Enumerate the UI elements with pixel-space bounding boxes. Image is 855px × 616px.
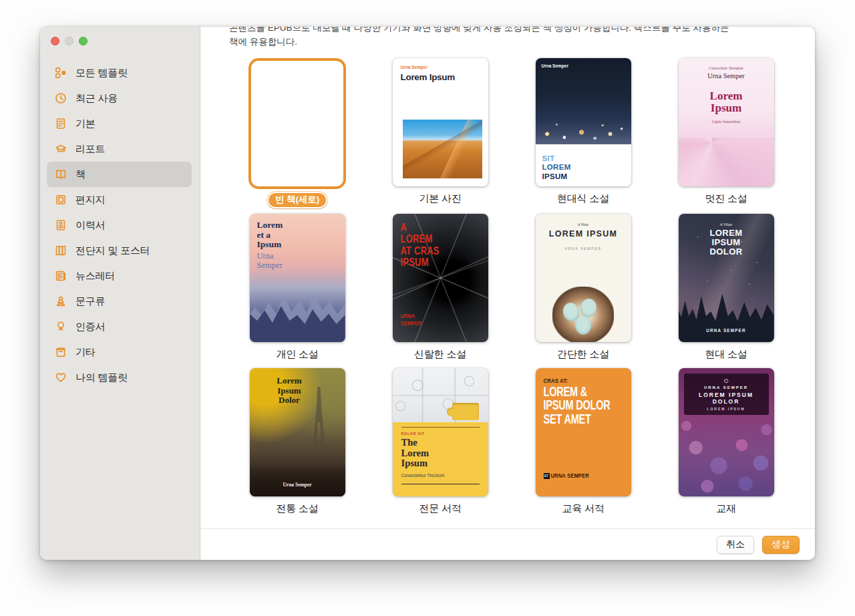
template-textbook[interactable]: ⌬ URNA SEMPER LOREM IPSUM DOLOR LOREM IP… [655, 368, 798, 517]
sidebar-item-miscellaneous[interactable]: 기타 [47, 339, 192, 365]
template-lovely-novel[interactable]: Consectetur Tincidunt Urna Semper Lorem … [655, 58, 798, 208]
cover-author: Urna Semper [250, 482, 345, 488]
template-educational-book[interactable]: CRAS AT: LOREM & IPSUM DOLOR SET AMET ET… [512, 368, 655, 517]
template-chooser-window: 모든 템플릿 최근 사용 기본 리포트 책 편지지 [40, 27, 815, 560]
cancel-button[interactable]: 취소 [717, 536, 754, 554]
template-thumbnail: A LOREM AT CRAS IPSUM URNA SEMPER [393, 214, 488, 342]
sidebar-item-all-templates[interactable]: 모든 템플릿 [47, 60, 192, 86]
dialog-footer: 취소 생성 [200, 528, 815, 560]
template-thumbnail: Lorem Ipsum Dolor Urna Semper [250, 368, 345, 496]
template-label: 멋진 소설 [705, 192, 747, 207]
sidebar-item-recents[interactable]: 최근 사용 [47, 86, 192, 111]
sidebar-item-newsletters[interactable]: 뉴스레터 [47, 263, 192, 289]
template-basic-photo[interactable]: Urna Semper Lorem Ipsum 기본 사진 [369, 58, 512, 208]
sidebar-item-label: 뉴스레터 [75, 270, 115, 283]
close-button[interactable] [51, 37, 59, 45]
cover-title-line: IPSUM [401, 257, 440, 269]
cover-photo-desert [403, 120, 482, 178]
sidebar-item-label: 전단지 및 포스터 [75, 245, 150, 257]
cover-title-line: LOREM & [544, 386, 611, 399]
cover-title-line: Dolor [250, 396, 329, 406]
report-icon [54, 143, 67, 156]
cover-title-line: Ipsum [250, 386, 329, 396]
heart-icon [54, 371, 67, 384]
sidebar-item-certificates[interactable]: 인증서 [47, 314, 192, 339]
minimize-button[interactable] [65, 37, 73, 45]
template-label: 현대 소설 [705, 348, 747, 363]
certificate-icon [54, 321, 67, 333]
template-thumbnail [248, 58, 346, 189]
cover-title-line: AT CRAS [401, 245, 440, 257]
cover-title: Lorem Ipsum [401, 72, 455, 82]
template-gritty-novel[interactable]: A LOREM AT CRAS IPSUM URNA SEMPER 신랄한 소설 [369, 214, 512, 363]
zoom-button[interactable] [79, 37, 88, 45]
sidebar-item-label: 나의 템플릿 [75, 371, 128, 384]
cover-title-line: Lorem [401, 448, 480, 459]
template-label: 교육 서적 [562, 502, 604, 517]
cover-kicker: DOLOR SIT [401, 432, 480, 436]
sidebar-item-my-templates[interactable]: 나의 템플릿 [47, 365, 192, 390]
cover-title-line: Ipsum [679, 102, 774, 114]
template-label: 개인 소설 [276, 348, 318, 363]
template-blank-book-portrait[interactable]: 빈 책(세로) [226, 58, 369, 208]
cover-author: Urna Semper [401, 65, 428, 69]
template-label: 기본 사진 [419, 192, 461, 207]
sidebar-item-resumes[interactable]: 이력서 [47, 212, 192, 238]
cover-title-line: Ipsum [401, 458, 480, 469]
brochure-icon [54, 245, 67, 257]
category-description: 콘텐츠를 EPUB으로 내보낼 때 다양한 기기와 화면 방향에 맞게 자동 조… [229, 27, 815, 49]
cover-author: Urna Semper [257, 251, 297, 270]
cover-title-line: LOREM [401, 234, 440, 246]
cover-title-line: The [401, 438, 480, 448]
template-thumbnail: ⌬ URNA SEMPER LOREM IPSUM DOLOR LOREM IP… [679, 368, 774, 496]
template-label: 전통 소설 [276, 502, 318, 517]
cover-subtitle: Consectetur Tincidunt [679, 66, 774, 70]
sidebar-item-stationery[interactable]: 문구류 [47, 289, 192, 314]
template-thumbnail: Urna Semper SIT LOREM IPSUM [536, 58, 631, 186]
cover-puzzle-piece [452, 403, 479, 420]
cover-title-line: Lorem [257, 220, 283, 230]
cover-footer-text: Ligula Suspendisse [679, 120, 774, 124]
sidebar-item-label: 모든 템플릿 [75, 67, 128, 80]
cover-photo-nest [552, 287, 614, 342]
sidebar-item-books[interactable]: 책 [47, 162, 192, 187]
cover-title-line: Lorem [679, 90, 774, 102]
description-line1: 콘텐츠를 EPUB으로 내보낼 때 다양한 기기와 화면 방향에 맞게 자동 조… [229, 27, 815, 35]
cover-author: URNA SEMPER [536, 247, 631, 251]
sidebar-item-basic[interactable]: 기본 [47, 111, 192, 136]
template-grid: 빈 책(세로) Urna Semper Lorem Ipsum 기본 사진 Ur… [226, 58, 815, 517]
template-professional-book[interactable]: DOLOR SIT The Lorem Ipsum Consecteteur T… [369, 368, 512, 517]
template-thumbnail: DOLOR SIT The Lorem Ipsum Consecteteur T… [393, 368, 488, 496]
template-modern-novel[interactable]: Urna Semper SIT LOREM IPSUM 현대식 소설 [512, 58, 655, 208]
template-personal-novel[interactable]: Lorem et a Ipsum Urna Semper 개인 소설 [226, 214, 369, 363]
sidebar-item-label: 문구류 [75, 295, 105, 308]
cover-title: LOREM IPSUM [536, 229, 631, 239]
template-label: 현대식 소설 [557, 192, 609, 207]
sidebar-item-flyers-posters[interactable]: 전단지 및 포스터 [47, 238, 192, 263]
cover-author: Urna Semper [679, 72, 774, 80]
create-button[interactable]: 생성 [762, 536, 800, 554]
sidebar-item-label: 최근 사용 [75, 92, 118, 105]
resume-icon [54, 219, 67, 232]
template-scroll-area[interactable]: 콘텐츠를 EPUB으로 내보낼 때 다양한 기기와 화면 방향에 맞게 자동 조… [200, 27, 815, 528]
template-simple-novel[interactable]: A Vitae LOREM IPSUM URNA SEMPER 간단한 소설 [512, 214, 655, 363]
molecule-icon: ⌬ [684, 378, 769, 384]
sidebar-item-reports[interactable]: 리포트 [47, 136, 192, 162]
sidebar-item-label: 인증서 [75, 321, 105, 333]
sidebar-item-label: 리포트 [75, 143, 105, 156]
template-label: 교재 [716, 502, 736, 517]
stamp-icon [54, 194, 67, 206]
template-thumbnail: Urna Semper Lorem Ipsum [393, 58, 488, 186]
cover-author: URNA SEMPER [401, 313, 428, 327]
cover-title-line: et a [257, 230, 283, 241]
template-traditional-novel[interactable]: Lorem Ipsum Dolor Urna Semper 전통 소설 [226, 368, 369, 517]
cover-title-line: SIT [542, 154, 571, 164]
sidebar-item-letters[interactable]: 편지지 [47, 187, 192, 212]
cover-kicker: CRAS AT: [544, 377, 568, 385]
cover-title-line: A [401, 222, 440, 234]
sidebar-item-label: 기타 [75, 346, 96, 359]
cover-title-line: SET AMET [544, 413, 611, 426]
clock-icon [54, 92, 67, 105]
cover-subtitle: A Vitae [536, 222, 631, 226]
template-contemporary-novel[interactable]: A Vitae LOREM IPSUM DOLOR URNA SEMPER 현대… [655, 214, 798, 363]
